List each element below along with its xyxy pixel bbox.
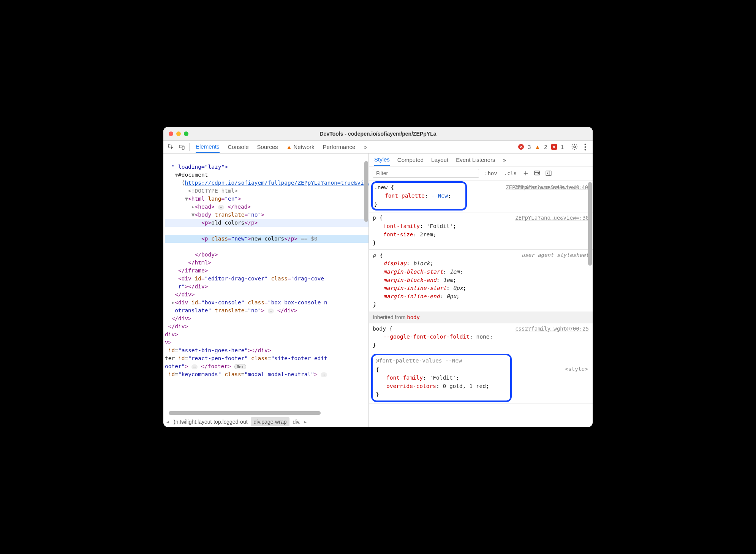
titlebar: DevTools - codepen.io/sofiayem/pen/ZEPpY…: [163, 127, 593, 141]
dom-doctype[interactable]: <!DOCTYPE html>: [188, 188, 238, 194]
dom-node[interactable]: " loading="lazy">: [171, 164, 228, 170]
breadcrumb-item-selected[interactable]: div.page-wrap: [251, 417, 290, 426]
dom-pane: " loading="lazy"> ▼#document (https://cd…: [163, 154, 369, 427]
warning-icon: ▲: [535, 144, 540, 150]
dom-breadcrumb: ◂ )n.twilight.layout-top.logged-out div.…: [163, 416, 369, 427]
styles-vertical-scrollbar[interactable]: [588, 182, 592, 266]
svg-point-3: [574, 146, 576, 148]
svg-rect-2: [182, 146, 184, 149]
dom-horizontal-scrollbar[interactable]: [169, 411, 321, 415]
style-rule[interactable]: css2?family…wght@700:25 body { --google-…: [369, 323, 593, 352]
tab-sources[interactable]: Sources: [257, 141, 278, 153]
dom-node[interactable]: #document: [178, 172, 208, 178]
svg-rect-8: [546, 171, 552, 176]
rules-list[interactable]: ZEPpYLa?ano…ue&view=:40 .new { font-pale…: [369, 180, 593, 427]
content: " loading="lazy"> ▼#document (https://cd…: [163, 154, 593, 427]
dom-vertical-scrollbar[interactable]: [364, 154, 369, 237]
style-rule[interactable]: ZEPpYLa?ano…ue&view=:30 p { font-family:…: [369, 212, 593, 250]
breadcrumb-left-icon[interactable]: ◂: [165, 419, 171, 425]
cls-button[interactable]: .cls: [503, 169, 519, 177]
breadcrumb-item[interactable]: )n.twilight.layout-top.logged-out: [171, 417, 251, 426]
device-mode-icon[interactable]: [176, 142, 187, 152]
style-rule[interactable]: ZEPpYLa?ano…ue&view=:40 .new { font-pale…: [369, 181, 593, 212]
close-window-button[interactable]: [169, 131, 173, 136]
styles-toolbar: :hov .cls: [369, 166, 593, 180]
svg-point-6: [584, 149, 586, 150]
dom-tree[interactable]: " loading="lazy"> ▼#document (https://cd…: [163, 154, 369, 416]
rule-source-link[interactable]: <style>: [565, 365, 588, 374]
error-count: 3: [528, 144, 531, 150]
ellipsis-icon[interactable]: ⋯: [191, 364, 198, 369]
rule-source-link[interactable]: ZEPpYLa?ano…ue&view=:40: [514, 184, 588, 192]
styles-tabs-more[interactable]: »: [503, 154, 506, 166]
inherited-header: Inherited from body: [369, 312, 593, 323]
traffic-lights: [169, 131, 188, 136]
tab-network[interactable]: ▲Network: [286, 141, 315, 153]
svg-point-4: [584, 144, 586, 145]
style-rule[interactable]: @font-palette-values --New { font-family…: [369, 354, 593, 404]
styles-pane: Styles Computed Layout Event Listeners »…: [369, 154, 593, 427]
svg-point-5: [584, 146, 586, 148]
styles-tabs: Styles Computed Layout Event Listeners »: [369, 154, 593, 166]
ua-stylesheet-label: user agent stylesheet: [522, 251, 589, 259]
tab-event-listeners[interactable]: Event Listeners: [456, 154, 495, 166]
message-icon: ✕: [551, 144, 557, 150]
inspect-icon[interactable]: [166, 142, 176, 152]
rule-source-link[interactable]: ZEPpYLa?ano…ue&view=:30: [515, 214, 589, 222]
status-counts[interactable]: ✕3 ▲2 ✕1: [518, 144, 564, 150]
rule-source-link[interactable]: css2?family…wght@700:25: [515, 325, 589, 333]
warning-count: 2: [544, 144, 547, 150]
computed-sidebar-icon[interactable]: [533, 169, 541, 177]
at-rule-header: @font-palette-values --New: [376, 357, 507, 366]
selected-dom-node[interactable]: <p class="new">new colors</p> == $0: [165, 235, 369, 243]
warning-icon: ▲: [286, 144, 292, 150]
style-rule-ua[interactable]: user agent stylesheet p { display: block…: [369, 250, 593, 312]
kebab-menu-icon[interactable]: [580, 142, 590, 152]
maximize-window-button[interactable]: [184, 131, 188, 136]
hov-button[interactable]: :hov: [483, 169, 499, 177]
ellipsis-icon[interactable]: ⋯: [218, 205, 225, 210]
tabs-more[interactable]: »: [364, 141, 367, 153]
ellipsis-icon[interactable]: ⋯: [321, 372, 327, 377]
message-count: 1: [561, 144, 564, 150]
tab-performance[interactable]: Performance: [323, 141, 355, 153]
main-toolbar: Elements Console Sources ▲Network Perfor…: [163, 141, 593, 154]
flex-badge[interactable]: flex: [234, 364, 246, 369]
svg-rect-7: [535, 171, 540, 175]
styles-filter-input[interactable]: [373, 169, 479, 178]
main-tabs: Elements Console Sources ▲Network Perfor…: [196, 141, 367, 153]
new-rule-icon[interactable]: [522, 169, 530, 177]
ellipsis-icon[interactable]: ⋯: [268, 309, 274, 313]
inherited-element-link[interactable]: body: [407, 314, 420, 320]
devtools-window: DevTools - codepen.io/sofiayem/pen/ZEPpY…: [163, 127, 593, 427]
tab-layout[interactable]: Layout: [431, 154, 448, 166]
breadcrumb-right-icon[interactable]: ▸: [304, 419, 307, 425]
divider: [189, 143, 190, 151]
error-icon: ✕: [518, 144, 524, 150]
window-title: DevTools - codepen.io/sofiayem/pen/ZEPpY…: [163, 131, 593, 137]
toggle-sidebar-icon[interactable]: [545, 169, 552, 177]
tab-console[interactable]: Console: [228, 141, 249, 153]
minimize-window-button[interactable]: [176, 131, 181, 136]
breadcrumb-item[interactable]: div.: [289, 417, 304, 426]
tab-elements[interactable]: Elements: [196, 141, 220, 153]
settings-icon[interactable]: [569, 142, 580, 152]
tab-styles[interactable]: Styles: [374, 154, 390, 166]
iframe-url-link[interactable]: https://cdpn.io/sofiayem/fullpage/ZEPpYL…: [185, 180, 369, 186]
tab-computed[interactable]: Computed: [397, 154, 424, 166]
